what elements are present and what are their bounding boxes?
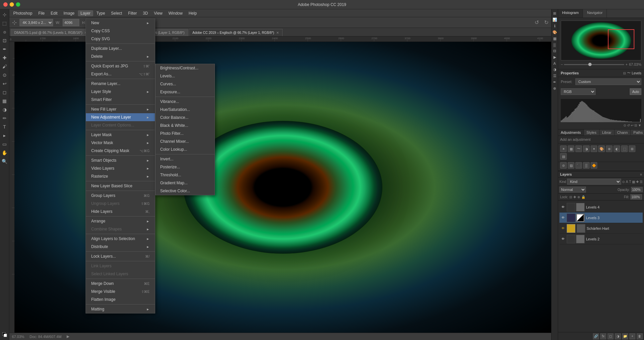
close-button[interactable] <box>3 2 8 7</box>
hist-icon4[interactable]: ⊟ <box>634 124 637 127</box>
adj-bw[interactable]: ◐ <box>613 145 620 152</box>
menu-help[interactable]: Help <box>186 10 200 16</box>
lock-icon2[interactable]: ✚ <box>573 195 576 199</box>
zoom-slider[interactable] <box>564 64 624 65</box>
menu-filter[interactable]: Filter <box>125 10 140 16</box>
tab-adjustments[interactable]: Adjustments <box>558 129 584 135</box>
layer-adj-btn[interactable]: ◑ <box>615 333 621 339</box>
adj-invert[interactable]: ⊘ <box>560 162 567 169</box>
ctx-new-layer-slice[interactable]: New Layer Based Slice <box>86 182 155 190</box>
ctx-new-fill-layer[interactable]: New Fill Layer ► <box>86 105 155 113</box>
heal-tool[interactable]: ✚ <box>1 54 9 62</box>
lock-icon4[interactable]: 🔒 <box>581 195 585 199</box>
adj-posterize[interactable]: ▨ <box>568 162 574 169</box>
lock-icon3[interactable]: ⊕ <box>577 195 580 199</box>
menu-3d[interactable]: 3D <box>140 10 151 16</box>
adj-vibrance[interactable]: ✦ <box>591 145 597 152</box>
fill-input[interactable] <box>630 194 642 200</box>
histogram-icon[interactable]: 📊 <box>552 18 557 22</box>
ctx-distribute[interactable]: Distribute ► <box>86 243 155 251</box>
submenu-exposure[interactable]: Exposure... <box>156 88 215 96</box>
preset-dropdown[interactable]: Custom <box>575 78 641 85</box>
ctx-vector-mask[interactable]: Vector Mask ► <box>86 139 155 147</box>
adj-levels[interactable]: ▦ <box>568 145 574 152</box>
submenu-levels[interactable]: Levels... <box>156 72 215 80</box>
tab-2-close[interactable]: ✕ <box>276 31 279 35</box>
zoom-tool[interactable]: 🔍 <box>1 157 9 165</box>
blend-mode-select[interactable]: Normal <box>559 187 586 193</box>
menu-layer[interactable]: Layer <box>78 10 93 16</box>
dodge-tool[interactable]: ◑ <box>1 106 9 114</box>
ctx-arrange[interactable]: Arrange ► <box>86 217 155 225</box>
submenu-brightness[interactable]: Brightness/Contrast... <box>156 64 215 72</box>
ctx-smart-objects[interactable]: Smart Objects ► <box>86 156 155 164</box>
pen-tool[interactable]: ✏ <box>1 114 9 122</box>
tab-0[interactable]: D8A0675-1.psd @ 66.7% (Levels 1, RGB/16*… <box>11 29 91 36</box>
ctx-delete[interactable]: Delete ► <box>86 52 155 60</box>
adj-brightness[interactable]: ☀ <box>560 145 567 152</box>
layer-link-btn[interactable]: 🔗 <box>593 333 599 339</box>
layer-folder-btn[interactable]: 📁 <box>622 333 628 339</box>
eyedropper-tool[interactable]: ✒ <box>1 45 9 53</box>
auto-button[interactable]: Auto <box>630 88 641 95</box>
menu-edit[interactable]: Edit <box>48 10 60 16</box>
layer-mask-btn[interactable]: ◻ <box>608 333 613 339</box>
ctx-video-layers[interactable]: Video Layers ► <box>86 164 155 172</box>
clone-tool[interactable]: ⊙ <box>1 71 9 79</box>
ctx-export-as[interactable]: Export As... ⌥⇧⌘' <box>86 70 155 78</box>
adj-curves[interactable]: 〜 <box>575 145 582 152</box>
layer-item-scharfen[interactable]: 👁 Schärfen Hart <box>559 223 643 234</box>
submenu-threshold[interactable]: Threshold... <box>156 171 215 179</box>
ctx-new-adj-layer[interactable]: New Adjustment Layer ► <box>86 113 155 121</box>
layer-vis-icon[interactable]: 👁 <box>561 226 565 231</box>
tab-paths[interactable]: Paths <box>631 129 644 135</box>
adj-photofilter[interactable]: ⬚ <box>621 145 628 152</box>
layer-delete-btn[interactable]: 🗑 <box>637 333 643 339</box>
hist-icon1[interactable]: ⊙ <box>623 124 626 127</box>
ctx-rename-layer[interactable]: Rename Layer... <box>86 80 155 88</box>
filter-icon1[interactable]: ⊙ <box>622 180 625 184</box>
opacity-input[interactable] <box>631 187 643 192</box>
text-icon[interactable]: A <box>553 61 556 65</box>
ctx-duplicate-layer[interactable]: Duplicate Layer... <box>86 44 155 52</box>
move-tool[interactable]: ⊹ <box>1 11 9 19</box>
path-select-tool[interactable]: ▸ <box>1 131 9 139</box>
zoom-minus-icon[interactable]: − <box>561 62 563 66</box>
ctx-matting[interactable]: Matting ► <box>86 305 155 313</box>
layer-fx-btn[interactable]: fx <box>600 333 606 339</box>
zoom-plus-icon[interactable]: + <box>625 62 627 66</box>
eraser-tool[interactable]: ◻ <box>1 88 9 96</box>
text-tool[interactable]: T <box>1 123 9 131</box>
hist-icon3[interactable]: ↩ <box>631 124 633 127</box>
layers-menu-icon[interactable]: ≡ <box>640 173 642 176</box>
menu-view[interactable]: View <box>151 10 165 16</box>
select-tool[interactable]: ⬚ <box>1 19 9 27</box>
tab-2[interactable]: Adobe CC 2019 – Englisch @ 66.7% (Layer … <box>189 29 282 36</box>
submenu-gradientmap[interactable]: Gradient Map... <box>156 179 215 187</box>
color-icon[interactable]: 🎨 <box>552 30 557 35</box>
submenu-photofilter[interactable]: Photo Filter... <box>156 129 215 137</box>
tab-styles[interactable]: Styles <box>584 129 600 135</box>
ctx-flatten-image[interactable]: Flatten Image <box>86 296 155 303</box>
submenu-colorlookup[interactable]: Color Lookup... <box>156 145 215 153</box>
ctx-hide-layers[interactable]: Hide Layers ⌘, <box>86 208 155 215</box>
submenu-colorbalance[interactable]: Color Balance... <box>156 114 215 122</box>
adj-selective[interactable]: 🔶 <box>591 162 597 169</box>
hand-tool[interactable]: ✋ <box>1 149 9 157</box>
submenu-curves[interactable]: Curves... <box>156 80 215 88</box>
menu-photoshop[interactable]: Photoshop <box>11 10 35 16</box>
filter-icon3[interactable]: T <box>629 180 631 184</box>
adj-colorlookup[interactable]: ▤ <box>560 153 567 160</box>
patterns-icon[interactable]: ⊟ <box>553 49 556 53</box>
nav-icon[interactable]: ⊕ <box>553 86 556 91</box>
submenu-channelmixer[interactable]: Channel Mixer... <box>156 137 215 145</box>
adj-gradmap[interactable]: ▒ <box>583 162 590 169</box>
layer-new-btn[interactable]: + <box>629 333 635 339</box>
ctx-copy-css[interactable]: Copy CSS <box>86 27 155 35</box>
layer-vis-icon[interactable]: 👁 <box>561 205 565 210</box>
undo-btn[interactable]: ↺ <box>535 19 539 26</box>
submenu-invert[interactable]: Invert... <box>156 155 215 163</box>
filter-icon5[interactable]: ✚ <box>636 180 639 184</box>
menu-image[interactable]: Image <box>61 10 77 16</box>
adj-exposure[interactable]: ◑ <box>583 145 590 152</box>
